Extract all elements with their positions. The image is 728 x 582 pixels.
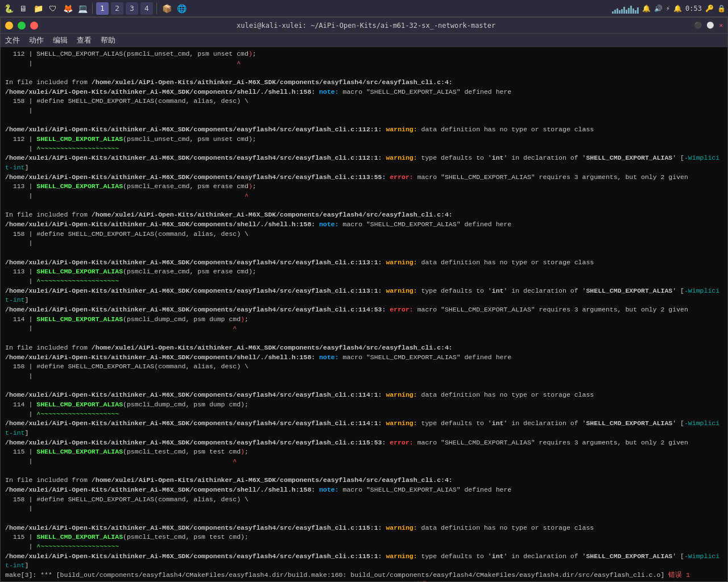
taskbar-icon-firefox[interactable]: 🦊: [61, 2, 74, 15]
workspace-3[interactable]: 3: [126, 2, 138, 15]
terminal-line: In file included from /home/xulei/AiPi-O…: [5, 343, 723, 353]
terminal-line: make[3]: *** [build_out/components/easyf…: [5, 571, 723, 580]
workspace-4[interactable]: 4: [140, 2, 153, 15]
workspace-2[interactable]: 2: [111, 2, 123, 15]
terminal-line: In file included from /home/xulei/AiPi-O…: [5, 210, 723, 220]
clock: 0:53: [685, 5, 702, 13]
terminal-line: [5, 248, 723, 258]
chart-bar: [626, 10, 627, 14]
terminal-line: | ^: [5, 192, 723, 201]
terminal-line: |: [5, 239, 723, 248]
terminal-output[interactable]: 112 | SHELL_CMD_EXPORT_ALIAS(psmcli_unse…: [1, 47, 727, 581]
terminal-line: /home/xulei/AiPi-Open-Kits/aithinker_Ai-…: [5, 153, 723, 172]
terminal-line: | ^: [5, 59, 723, 69]
taskbar-icon-volume[interactable]: 🔊: [654, 5, 663, 13]
menu-edit[interactable]: 编辑: [53, 35, 68, 45]
terminal-line: 112 | SHELL_CMD_EXPORT_ALIAS(psmcli_unse…: [5, 49, 723, 59]
terminal-line: [5, 514, 723, 523]
taskbar: 🐍 🖥 📁 🛡 🦊 💻 1 2 3 4 📦 🌐 🔔 🔊 ⚡ 🔔 0:53 🔑: [0, 0, 728, 17]
terminal-line: /home/xulei/AiPi-Open-Kits/aithinker_Ai-…: [5, 125, 723, 135]
taskbar-icon-screen[interactable]: 🖥: [17, 2, 30, 15]
terminal-line: [5, 68, 723, 78]
terminal-line: /home/xulei/AiPi-Open-Kits/aithinker_Ai-…: [5, 258, 723, 268]
terminal-line: 158 | #define SHELL_CMD_EXPORT_ALIAS(com…: [5, 362, 723, 372]
chart-bar: [621, 9, 623, 14]
window-icon-2[interactable]: ⚪: [706, 22, 714, 29]
taskbar-separator-2: [156, 3, 157, 14]
taskbar-icon-shield[interactable]: 🛡: [47, 2, 59, 15]
chart-bar: [635, 10, 636, 14]
taskbar-separator: [92, 3, 93, 14]
terminal-line: /home/xulei/AiPi-Open-Kits/aithinker_Ai-…: [5, 523, 723, 533]
taskbar-icon-lock[interactable]: 🔒: [717, 5, 726, 13]
minimize-button[interactable]: [5, 22, 13, 30]
terminal-line: 158 | #define SHELL_CMD_EXPORT_ALIAS(com…: [5, 230, 723, 239]
terminal-line: | ^~~~~~~~~~~~~~~~~~~~~: [5, 277, 723, 286]
chart-bar: [617, 9, 618, 14]
taskbar-icon-bell[interactable]: 🔔: [642, 5, 651, 13]
menu-action[interactable]: 动作: [29, 35, 44, 45]
menu-bar: 文件 动作 编辑 查看 帮助: [1, 34, 727, 47]
terminal-line: [5, 116, 723, 126]
close-button[interactable]: [30, 22, 38, 30]
window-icon-close[interactable]: ✕: [719, 22, 723, 29]
title-bar: xulei@kali-xulei: ~/AiPi-Open-Kits/ai-m6…: [1, 18, 727, 34]
terminal-line: /home/xulei/AiPi-Open-Kits/aithinker_Ai-…: [5, 286, 723, 305]
terminal-line: 115 | SHELL_CMD_EXPORT_ALIAS(psmcli_test…: [5, 533, 723, 542]
cpu-chart: [612, 3, 639, 14]
taskbar-icon-power[interactable]: ⚡: [666, 5, 670, 13]
chart-bar: [619, 10, 621, 14]
terminal-line: | ^~~~~~~~~~~~~~~~~~~~~: [5, 144, 723, 154]
terminal-line: /home/xulei/AiPi-Open-Kits/aithinker_Ai-…: [5, 438, 723, 448]
terminal-line: 113 | SHELL_CMD_EXPORT_ALIAS(psmcli_eras…: [5, 182, 723, 192]
window-title: xulei@kali-xulei: ~/AiPi-Open-Kits/ai-m6…: [43, 22, 689, 30]
workspace-1[interactable]: 1: [96, 2, 109, 15]
chart-bar: [630, 6, 632, 14]
terminal-line: /home/xulei/AiPi-Open-Kits/aithinker_Ai-…: [5, 485, 723, 495]
terminal-line: /home/xulei/AiPi-Open-Kits/aithinker_Ai-…: [5, 88, 723, 97]
taskbar-icon-snake[interactable]: 🐍: [2, 2, 15, 15]
terminal-line: /home/xulei/AiPi-Open-Kits/aithinker_Ai-…: [5, 220, 723, 230]
maximize-button[interactable]: [18, 22, 26, 30]
terminal-line: /home/xulei/AiPi-Open-Kits/aithinker_Ai-…: [5, 419, 723, 438]
terminal-line: | ^~~~~~~~~~~~~~~~~~~~~: [5, 410, 723, 419]
terminal-line: make[2]: *** [CMakeFiles/Makefile2:1092:…: [5, 580, 723, 581]
taskbar-icon-notify[interactable]: 🔔: [673, 5, 682, 13]
terminal-line: [5, 201, 723, 211]
menu-help[interactable]: 帮助: [101, 35, 115, 45]
terminal-line: /home/xulei/AiPi-Open-Kits/aithinker_Ai-…: [5, 552, 723, 571]
terminal-line: /home/xulei/AiPi-Open-Kits/aithinker_Ai-…: [5, 173, 723, 182]
terminal-line: 112 | SHELL_CMD_EXPORT_ALIAS(psmcli_unse…: [5, 135, 723, 144]
terminal-line: [5, 467, 723, 476]
window-icon-1[interactable]: ⚫: [694, 22, 702, 29]
terminal-line: In file included from /home/xulei/AiPi-O…: [5, 476, 723, 485]
chart-bar: [632, 9, 634, 14]
terminal-line: |: [5, 504, 723, 514]
chart-bar: [623, 7, 625, 14]
terminal-line: /home/xulei/AiPi-Open-Kits/aithinker_Ai-…: [5, 390, 723, 400]
terminal-line: 114 | SHELL_CMD_EXPORT_ALIAS(psmcli_dump…: [5, 400, 723, 410]
taskbar-icon-key[interactable]: 🔑: [705, 5, 714, 13]
taskbar-icon-browser[interactable]: 🌐: [175, 2, 188, 15]
terminal-line: /home/xulei/AiPi-Open-Kits/aithinker_Ai-…: [5, 305, 723, 315]
terminal-line: |: [5, 106, 723, 116]
terminal-line: 115 | SHELL_CMD_EXPORT_ALIAS(psmcli_test…: [5, 447, 723, 457]
terminal-line: /home/xulei/AiPi-Open-Kits/aithinker_Ai-…: [5, 353, 723, 363]
terminal-line: 113 | SHELL_CMD_EXPORT_ALIAS(psmcli_eras…: [5, 267, 723, 277]
terminal-line: 158 | #define SHELL_CMD_EXPORT_ALIAS(com…: [5, 97, 723, 106]
terminal-line: |: [5, 372, 723, 381]
terminal-line: | ^~~~~~~~~~~~~~~~~~~~~: [5, 542, 723, 552]
chart-bar: [614, 10, 616, 14]
terminal-line: | ^: [5, 324, 723, 334]
terminal-line: [5, 334, 723, 343]
taskbar-icon-pkg[interactable]: 📦: [160, 2, 173, 15]
terminal-line: [5, 381, 723, 391]
terminal-line: In file included from /home/xulei/AiPi-O…: [5, 78, 723, 88]
menu-file[interactable]: 文件: [5, 35, 20, 45]
menu-view[interactable]: 查看: [77, 35, 92, 45]
terminal-line: | ^: [5, 457, 723, 467]
taskbar-icon-terminal[interactable]: 💻: [76, 2, 89, 15]
chart-bar: [628, 8, 630, 14]
taskbar-icon-folder[interactable]: 📁: [32, 2, 44, 15]
terminal-window: xulei@kali-xulei: ~/AiPi-Open-Kits/ai-m6…: [0, 17, 728, 582]
